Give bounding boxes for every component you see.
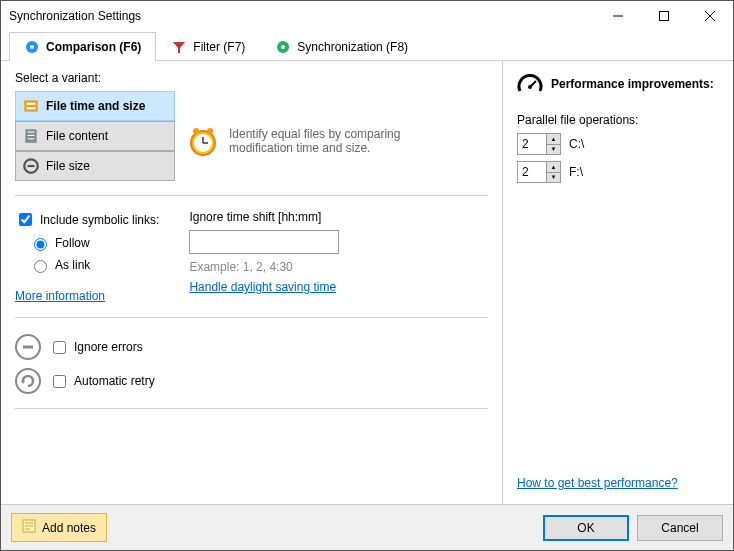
svg-rect-15 bbox=[28, 138, 35, 139]
svg-marker-6 bbox=[173, 42, 185, 53]
select-variant-label: Select a variant: bbox=[15, 71, 488, 85]
spinner-down[interactable]: ▼ bbox=[547, 145, 560, 155]
svg-rect-10 bbox=[27, 103, 36, 105]
time-shift-example: Example: 1, 2, 4:30 bbox=[189, 260, 339, 274]
time-shift-input[interactable] bbox=[189, 230, 339, 254]
performance-title: Performance improvements: bbox=[551, 77, 714, 91]
close-button[interactable] bbox=[687, 1, 733, 31]
tab-label: Filter (F7) bbox=[193, 40, 245, 54]
gear-blue-icon bbox=[24, 39, 40, 55]
spinner-up[interactable]: ▲ bbox=[547, 134, 560, 145]
gear-green-icon bbox=[275, 39, 291, 55]
follow-radio[interactable]: Follow bbox=[29, 235, 159, 251]
time-size-icon bbox=[22, 97, 40, 115]
tab-filter[interactable]: Filter (F7) bbox=[156, 32, 260, 61]
svg-rect-14 bbox=[28, 135, 35, 136]
tab-strip: Comparison (F6) Filter (F7) Synchronizat… bbox=[1, 31, 733, 61]
cancel-button[interactable]: Cancel bbox=[637, 515, 723, 541]
spinner-up[interactable]: ▲ bbox=[547, 162, 560, 173]
parallel-ops-spinner-0[interactable]: ▲▼ bbox=[517, 133, 561, 155]
checkbox-label: Ignore errors bbox=[74, 340, 143, 354]
svg-rect-9 bbox=[24, 100, 38, 111]
svg-point-5 bbox=[30, 45, 34, 49]
window-title: Synchronization Settings bbox=[9, 9, 595, 23]
more-information-link[interactable]: More information bbox=[15, 289, 159, 303]
tab-label: Synchronization (F8) bbox=[297, 40, 408, 54]
minimize-button[interactable] bbox=[595, 1, 641, 31]
funnel-red-icon bbox=[171, 39, 187, 55]
as-link-radio[interactable]: As link bbox=[29, 257, 159, 273]
svg-point-23 bbox=[207, 128, 213, 134]
spinner-value[interactable] bbox=[518, 134, 546, 154]
spinner-value[interactable] bbox=[518, 162, 546, 182]
auto-retry-checkbox[interactable]: Automatic retry bbox=[49, 372, 155, 391]
ignore-errors-checkbox[interactable]: Ignore errors bbox=[49, 338, 143, 357]
checkbox-label: Include symbolic links: bbox=[40, 213, 159, 227]
maximize-button[interactable] bbox=[641, 1, 687, 31]
drive-label: C:\ bbox=[569, 137, 584, 151]
svg-rect-11 bbox=[27, 107, 36, 109]
variant-label: File time and size bbox=[46, 99, 145, 113]
variant-description: Identify equal files by comparing modifi… bbox=[229, 127, 429, 155]
best-performance-link[interactable]: How to get best performance? bbox=[517, 476, 719, 490]
title-bar: Synchronization Settings bbox=[1, 1, 733, 31]
variant-time-size-button[interactable]: File time and size bbox=[15, 91, 175, 121]
clock-icon bbox=[187, 125, 219, 157]
parallel-ops-spinner-1[interactable]: ▲▼ bbox=[517, 161, 561, 183]
add-notes-button[interactable]: Add notes bbox=[11, 513, 107, 542]
size-icon bbox=[22, 157, 40, 175]
parallel-ops-label: Parallel file operations: bbox=[517, 113, 719, 127]
drive-label: F:\ bbox=[569, 165, 583, 179]
button-label: Add notes bbox=[42, 521, 96, 535]
variant-label: File content bbox=[46, 129, 108, 143]
variant-size-button[interactable]: File size bbox=[15, 151, 175, 181]
svg-point-8 bbox=[281, 45, 285, 49]
content-icon bbox=[22, 127, 40, 145]
radio-label: Follow bbox=[55, 236, 90, 250]
ignore-errors-icon bbox=[15, 334, 41, 360]
ignore-time-shift-label: Ignore time shift [hh:mm] bbox=[189, 210, 339, 224]
checkbox-label: Automatic retry bbox=[74, 374, 155, 388]
svg-point-27 bbox=[528, 85, 532, 89]
svg-rect-13 bbox=[28, 132, 35, 133]
tab-synchronization[interactable]: Synchronization (F8) bbox=[260, 32, 423, 61]
ok-button[interactable]: OK bbox=[543, 515, 629, 541]
notes-icon bbox=[22, 519, 36, 536]
handle-dst-link[interactable]: Handle daylight saving time bbox=[189, 280, 339, 294]
tab-comparison[interactable]: Comparison (F6) bbox=[9, 32, 156, 61]
spinner-down[interactable]: ▼ bbox=[547, 173, 560, 183]
radio-label: As link bbox=[55, 258, 90, 272]
retry-icon bbox=[15, 368, 41, 394]
variant-content-button[interactable]: File content bbox=[15, 121, 175, 151]
svg-marker-25 bbox=[21, 381, 25, 384]
include-symlinks-checkbox[interactable]: Include symbolic links: bbox=[15, 210, 159, 229]
speedometer-icon bbox=[517, 71, 543, 97]
tab-label: Comparison (F6) bbox=[46, 40, 141, 54]
svg-point-22 bbox=[193, 128, 199, 134]
variant-label: File size bbox=[46, 159, 90, 173]
svg-rect-1 bbox=[660, 12, 669, 21]
